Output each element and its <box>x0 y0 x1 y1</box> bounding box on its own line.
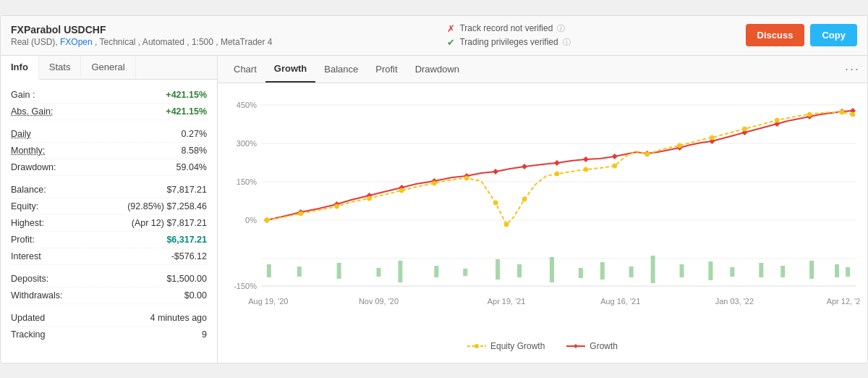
label-daily[interactable]: Daily <box>11 129 31 139</box>
tab-profit[interactable]: Profit <box>367 56 406 82</box>
growth-label: Growth <box>590 341 618 351</box>
legend-growth: Growth <box>566 341 618 351</box>
svg-text:0%: 0% <box>245 215 257 224</box>
track-record-info-icon[interactable]: ⓘ <box>557 23 565 34</box>
row-equity: Equity: (92.85%) $7,258.46 <box>11 198 207 215</box>
trading-privileges-info-icon[interactable]: ⓘ <box>563 37 571 48</box>
value-interest: -$576.12 <box>171 251 207 261</box>
chart-legend: Equity Growth Growth <box>225 337 860 356</box>
svg-text:Nov 09, '20: Nov 09, '20 <box>359 296 399 305</box>
value-deposits: $1,500.00 <box>166 274 207 284</box>
svg-point-71 <box>775 118 779 122</box>
svg-point-64 <box>555 172 559 176</box>
value-profit: $6,317.21 <box>166 235 207 245</box>
chart-area: 450% 300% 150% 0% -150% <box>218 83 867 363</box>
svg-text:-150%: -150% <box>234 281 257 290</box>
label-updated: Updated <box>11 313 45 323</box>
track-record-status: ✗ Track record not verified ⓘ <box>447 23 570 34</box>
svg-rect-19 <box>495 259 500 280</box>
more-tabs-icon[interactable]: ··· <box>845 62 860 77</box>
label-gain: Gain : <box>11 90 35 100</box>
row-balance: Balance: $7,817.21 <box>11 182 207 198</box>
label-interest: Interest <box>11 251 41 261</box>
label-profit: Profit: <box>11 235 35 245</box>
trading-privileges-status: ✔ Trading privileges verified ⓘ <box>447 37 570 48</box>
svg-rect-17 <box>434 266 438 277</box>
svg-text:300%: 300% <box>237 138 257 147</box>
track-record-label: Track record not verified <box>459 23 553 33</box>
svg-point-59 <box>432 181 436 185</box>
discuss-button[interactable]: Discuss <box>746 24 805 46</box>
verification-status: ✗ Track record not verified ⓘ ✔ Trading … <box>447 23 570 48</box>
value-daily: 0.27% <box>182 129 207 139</box>
svg-rect-25 <box>651 256 655 283</box>
row-gain: Gain : +421.15% <box>11 87 207 104</box>
growth-legend-icon <box>566 342 585 350</box>
svg-rect-24 <box>629 266 634 277</box>
row-profit: Profit: $6,317.21 <box>11 232 207 248</box>
legend-equity-growth: Equity Growth <box>467 341 545 351</box>
svg-text:Jan 03, '22: Jan 03, '22 <box>715 296 754 305</box>
svg-point-62 <box>504 222 509 227</box>
tab-info[interactable]: Info <box>1 56 39 80</box>
left-tabs: Info Stats General <box>1 56 217 80</box>
label-deposits: Deposits: <box>11 274 48 284</box>
subtitle-prefix: Real (USD), <box>11 37 60 47</box>
tab-general[interactable]: General <box>81 56 135 79</box>
svg-rect-23 <box>600 262 605 280</box>
row-highest: Highest: (Apr 12) $7,817.21 <box>11 215 207 232</box>
value-highest: (Apr 12) $7,817.21 <box>132 218 207 228</box>
svg-rect-13 <box>297 266 302 277</box>
label-balance: Balance: <box>11 185 46 195</box>
tab-chart[interactable]: Chart <box>225 56 265 82</box>
equity-growth-legend-icon <box>467 342 486 350</box>
tab-balance[interactable]: Balance <box>315 56 367 82</box>
x-icon: ✗ <box>447 23 455 34</box>
tab-stats[interactable]: Stats <box>39 56 82 79</box>
broker-link[interactable]: FXOpen <box>60 37 93 47</box>
svg-rect-29 <box>759 263 763 277</box>
row-daily: Daily 0.27% <box>11 126 207 143</box>
info-content: Gain : +421.15% Abs. Gain: +421.15% Dail… <box>1 80 217 350</box>
header: FXParabol USDCHF Real (USD), FXOpen , Te… <box>1 16 867 56</box>
account-title: FXParabol USDCHF <box>11 24 273 35</box>
subtitle-suffix: , Technical , Automated , 1:500 , MetaTr… <box>93 37 273 47</box>
svg-rect-20 <box>517 264 522 277</box>
svg-point-66 <box>613 164 617 168</box>
svg-rect-32 <box>835 264 839 277</box>
svg-point-58 <box>399 188 404 193</box>
label-highest: Highest: <box>11 218 44 228</box>
equity-growth-label: Equity Growth <box>490 341 545 351</box>
row-monthly: Monthly: 8.58% <box>11 143 207 159</box>
svg-rect-21 <box>550 257 554 282</box>
account-subtitle: Real (USD), FXOpen , Technical , Automat… <box>11 37 273 47</box>
svg-text:450%: 450% <box>237 100 257 109</box>
tab-drawdown[interactable]: Drawdown <box>407 56 468 82</box>
svg-rect-12 <box>267 264 271 277</box>
label-equity: Equity: <box>11 201 38 211</box>
svg-rect-30 <box>780 266 785 277</box>
svg-point-55 <box>299 211 303 216</box>
svg-rect-27 <box>708 261 712 280</box>
right-tabs: Chart Growth Balance Profit Drawdown ··· <box>218 56 867 83</box>
svg-text:Apr 19, '21: Apr 19, '21 <box>488 296 526 305</box>
svg-point-70 <box>742 127 746 131</box>
header-actions: Discuss Copy <box>746 24 857 46</box>
tab-growth[interactable]: Growth <box>265 56 316 83</box>
label-drawdown: Drawdown: <box>11 162 56 172</box>
row-drawdown: Drawdown: 59.04% <box>11 159 207 176</box>
value-withdrawals: $0.00 <box>184 290 207 301</box>
svg-rect-28 <box>730 267 734 277</box>
row-deposits: Deposits: $1,500.00 <box>11 271 207 287</box>
copy-button[interactable]: Copy <box>810 24 857 46</box>
label-abs-gain[interactable]: Abs. Gain: <box>11 106 53 117</box>
label-monthly[interactable]: Monthly: <box>11 146 45 156</box>
growth-chart: 450% 300% 150% 0% -150% <box>225 91 860 337</box>
svg-text:150%: 150% <box>237 177 257 185</box>
svg-text:Apr 12, '22: Apr 12, '22 <box>827 296 860 305</box>
value-monthly: 8.58% <box>182 146 207 156</box>
svg-point-56 <box>335 204 339 209</box>
svg-point-65 <box>584 167 588 172</box>
svg-point-60 <box>464 176 469 180</box>
header-left: FXParabol USDCHF Real (USD), FXOpen , Te… <box>11 24 273 47</box>
